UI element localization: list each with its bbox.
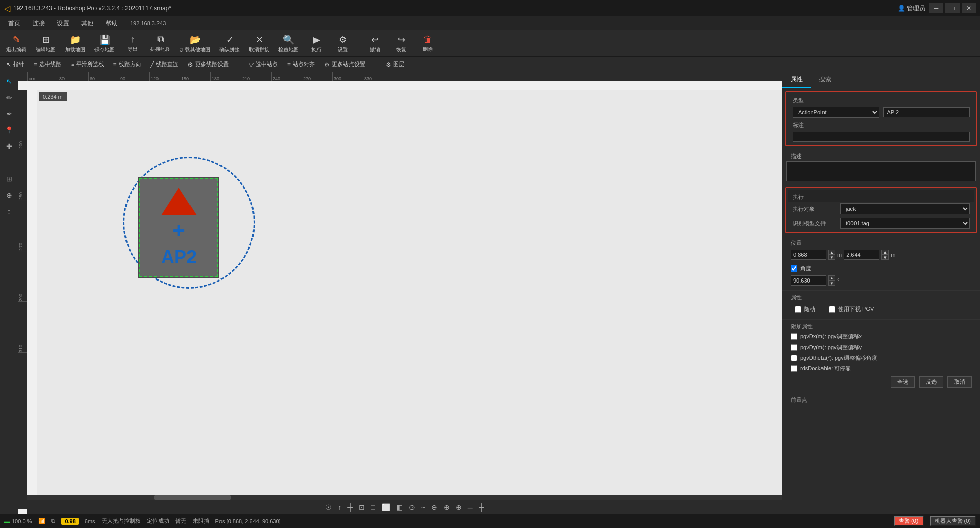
stb-smooth-line[interactable]: ≈ 平滑所选线 (67, 59, 108, 70)
canvas-tool-zoomfit[interactable]: ⊕ (454, 502, 464, 512)
canvas-tool-locate[interactable]: ☉ (323, 502, 334, 512)
invert-select-button[interactable]: 反选 (919, 376, 943, 388)
description-textarea[interactable] (786, 161, 976, 181)
angle-up[interactable]: ▲ (828, 275, 835, 281)
battery-status: ▬ 100.0 % (4, 518, 32, 524)
menu-item-home[interactable]: 首页 (2, 17, 26, 30)
tb-load-map[interactable]: 📁 加载地图 (61, 32, 89, 55)
tool-location[interactable]: 📍 (2, 123, 16, 137)
toolbar-separator (359, 35, 359, 53)
model-file-label: 识别模型文件 (793, 220, 838, 227)
stb-align-station[interactable]: ≡ 站点对齐 (283, 59, 319, 70)
menu-item-help[interactable]: 帮助 (100, 17, 124, 30)
ap2-box[interactable]: + AP2 (138, 177, 219, 278)
canvas-tool-up[interactable]: ↑ (336, 502, 343, 512)
angle-down[interactable]: ▼ (828, 281, 835, 286)
tb-cancel-merge[interactable]: ✕ 取消拼接 (245, 32, 273, 55)
pos-x-down[interactable]: ▼ (828, 255, 835, 260)
pos-y-input[interactable] (844, 250, 879, 260)
tool-rect[interactable]: □ (2, 156, 16, 170)
tb-check-map[interactable]: 🔍 检查地图 (274, 32, 303, 55)
stb-more-route[interactable]: ⚙ 更多线路设置 (183, 59, 233, 70)
tb-edit-map[interactable]: ⊞ 编辑地图 (31, 32, 60, 55)
stb-select-station-label: 选中站点 (256, 60, 278, 68)
tb-execute[interactable]: ▶ 执行 (304, 32, 329, 55)
addprop-3-row: pgvDtheta(°): pgv调整偏移角度 (786, 353, 976, 363)
menu-item-settings[interactable]: 设置 (51, 17, 75, 30)
alert-button[interactable]: 告警 (0) (894, 516, 924, 526)
canvas-tool-full[interactable]: ⬜ (380, 502, 392, 512)
suidong-checkbox[interactable] (795, 306, 801, 313)
canvas-tool-zoomin[interactable]: ⊕ (441, 502, 452, 512)
delete-icon: 🗑 (423, 34, 432, 45)
menu-item-connect[interactable]: 连接 (26, 17, 51, 30)
tool-cross[interactable]: ✚ (2, 139, 16, 153)
menu-item-other[interactable]: 其他 (75, 17, 100, 30)
scrollbar-horizontal[interactable] (27, 495, 782, 500)
tool-edit[interactable]: ✏ (2, 90, 16, 105)
tb-load-other[interactable]: 📂 加载其他地图 (176, 32, 214, 55)
pgvdy-checkbox[interactable] (791, 344, 797, 351)
ruler-horizontal: cm 30 60 90 120 150 180 210 240 270 300 … (18, 72, 782, 81)
tb-redo[interactable]: ↪ 恢复 (389, 32, 414, 55)
canvas-tool-equal[interactable]: ═ (466, 502, 475, 512)
tab-properties[interactable]: 属性 (782, 72, 811, 88)
annotation-input[interactable] (793, 132, 970, 142)
map-canvas[interactable]: 0.234 m + AP2 (37, 90, 782, 509)
pgvdx-checkbox[interactable] (791, 333, 797, 340)
stb-select-route[interactable]: ≡ 选中线路 (29, 59, 66, 70)
angle-checkbox[interactable] (791, 265, 797, 272)
stb-select-station[interactable]: ▽ 选中站点 (245, 59, 282, 70)
pgvdtheta-checkbox[interactable] (791, 355, 797, 361)
cancel-select-button[interactable]: 取消 (947, 376, 972, 388)
pos-y-down[interactable]: ▼ (881, 255, 889, 260)
canvas-tool-zoomout[interactable]: ⊖ (429, 502, 439, 512)
stb-route-direct[interactable]: ╱ 线路直连 (146, 59, 182, 70)
pos-x-up[interactable]: ▲ (828, 250, 835, 255)
tb-merge-map[interactable]: ⧉ 拼接地图 (146, 32, 175, 55)
stb-pointer[interactable]: ↖ 指针 (2, 59, 28, 70)
stb-route-dir[interactable]: ≡ 线路方向 (109, 59, 145, 70)
type-name-input[interactable] (883, 107, 970, 117)
canvas-tool-frame[interactable]: ⊡ (357, 502, 367, 512)
maximize-button[interactable]: □ (945, 3, 960, 13)
canvas-tool-box[interactable]: □ (369, 502, 377, 512)
select-route-icon: ≡ (34, 61, 37, 68)
canvas-tool-circle[interactable]: ⊙ (407, 502, 417, 512)
canvas-tool-plus[interactable]: ┼ (477, 502, 486, 512)
tb-confirm-merge[interactable]: ✓ 确认拼接 (215, 32, 244, 55)
stb-more-station[interactable]: ⚙ 更多站点设置 (320, 59, 369, 70)
tb-confirm-merge-label: 确认拼接 (219, 46, 240, 53)
tool-add[interactable]: ⊕ (2, 188, 16, 202)
robot-alert-button[interactable]: 机器人告警 (0) (930, 516, 976, 526)
tb-undo[interactable]: ↩ 撤销 (362, 32, 388, 55)
tb-delete[interactable]: 🗑 删除 (415, 32, 440, 55)
execute-target-select[interactable]: jack (840, 203, 970, 214)
stb-layers[interactable]: ⚙ 图层 (382, 59, 408, 70)
tool-select[interactable]: ↖ (2, 74, 16, 88)
minimize-button[interactable]: ─ (929, 3, 943, 13)
ap2-waypoint[interactable]: + AP2 (138, 177, 219, 278)
canvas-area[interactable]: cm 30 60 90 120 150 180 210 240 270 300 … (18, 72, 782, 514)
tb-save-map[interactable]: 💾 保存地图 (90, 32, 119, 55)
tb-config[interactable]: ⚙ 设置 (330, 32, 356, 55)
tab-search[interactable]: 搜索 (811, 72, 839, 88)
tool-grid[interactable]: ⊞ (2, 172, 16, 186)
model-file-select[interactable]: t0001.tag (840, 218, 970, 229)
pos-y-up[interactable]: ▲ (881, 250, 889, 255)
tb-exit-edit[interactable]: ✎ 退出编辑 (2, 32, 30, 55)
canvas-tool-cross[interactable]: ┼ (345, 502, 355, 512)
type-select[interactable]: ActionPoint (793, 107, 879, 118)
pgv-checkbox[interactable] (829, 306, 835, 313)
pos-x-input[interactable] (791, 250, 826, 260)
tool-pen[interactable]: ✒ (2, 107, 16, 121)
canvas-tool-wave[interactable]: ~ (419, 502, 427, 512)
close-button[interactable]: ✕ (962, 3, 976, 13)
scrollbar-thumb[interactable] (154, 495, 231, 500)
tb-export[interactable]: ↑ 导出 (120, 32, 145, 55)
canvas-tool-half[interactable]: ◧ (394, 502, 405, 512)
rdsdockable-checkbox[interactable] (791, 365, 797, 372)
tool-move[interactable]: ↕ (2, 204, 16, 219)
select-all-button[interactable]: 全选 (891, 376, 915, 388)
angle-input[interactable] (791, 275, 826, 286)
